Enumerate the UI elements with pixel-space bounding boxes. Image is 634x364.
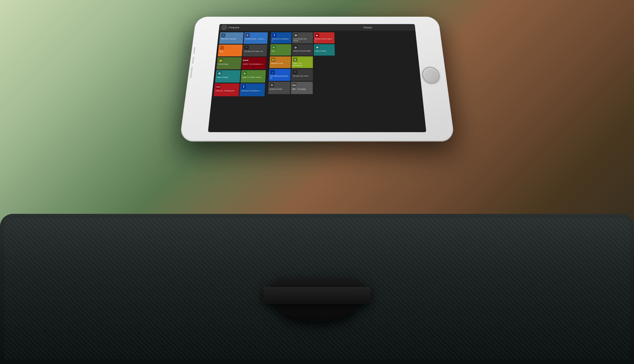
pinned-section-label: Pinned [363,26,372,29]
days-spring-freq-label: Days to Spring [217,76,239,78]
aol-radio-icon: ♪ [270,70,275,74]
movies-icon: ▶ [315,34,319,37]
pinned-section: f Welcome to Facebook - L... ✉ Send Mone… [266,32,424,130]
frequent-row-5: CNN CNN.com - Breaking Ne... f Welcome t… [213,84,267,96]
xing-label: XING - The professional... [293,62,311,66]
hi5-label: Welcome to hi5! [271,62,289,64]
tile-nytimes-pin[interactable]: T The New York Times [291,69,313,81]
tile-bing[interactable]: Bing [218,44,243,56]
tile-days-spring-freq[interactable]: ✿ Days to Spring [215,70,241,82]
tile-bbc[interactable]: BBC BBC - Homepage [291,82,312,94]
days-spring-pin-icon: ✿ [315,45,319,49]
slacker-icon: ◎ [293,45,297,49]
send-money-label: Send Money, Pay Online... [293,38,311,42]
tile-aol-radio[interactable]: ♪ AOL Radio powered by Sl... [268,69,290,81]
tile-nytimes-frequent[interactable]: T The New York Times - Br... [242,44,267,56]
pandora-label: Pandora Radio - Listen to... [245,38,266,40]
tiles-container: JS Welcome to Jetsetter P Pandora Radio … [208,31,426,132]
pinned-row-2: h Hulu ◎ Slacker Personal Radio ✿ Days t… [270,44,416,56]
watch-tv-label: Watch TV. Watch Movies... [242,76,264,78]
business-insider-label: Business Insider [269,88,289,90]
back-button[interactable]: ⊙ [221,25,227,30]
xing-icon: X [293,58,297,62]
tile-jetsetter[interactable]: JS Welcome to Jetsetter [219,32,244,44]
frequent-section-label: Frequent [228,26,239,29]
tile-days-spring-pin[interactable]: ✿ Days to Spring [314,44,335,56]
cnn-label: CNN.com - Breaking Ne... [215,90,238,92]
frequent-row-1: JS Welcome to Jetsetter P Pandora Radio … [219,32,269,44]
phone-holder [253,261,382,321]
facebook-pin-icon: f [272,34,276,37]
cut-rope-icon: 🐸 [218,58,223,62]
hulu-icon: h [271,45,276,49]
nytimes-pin-icon: T [293,70,297,74]
tile-pandora[interactable]: P Pandora Radio - Listen to... [243,32,268,44]
frequent-row-3: 🐸 Cut the Rope ESPN ESPN: The Worldwide … [216,57,268,70]
nytimes-freq-label: The New York Times - Br... [244,50,265,52]
tile-slacker[interactable]: ◎ Slacker Personal Radio [292,44,313,56]
tile-facebook-pin[interactable]: f Welcome to Facebook - L... [270,32,291,44]
cut-rope-label: Cut the Rope [218,63,240,65]
frequent-row-2: Bing T The New York Times - Br... [218,44,269,56]
frequent-row-4: ✿ Days to Spring h Watch TV. Watch Movie… [215,70,267,82]
pinned-row-3: hi5 Welcome to hi5! X XING - The profess… [269,56,418,68]
days-spring-pin-label: Days to Spring [315,50,334,52]
espn-label: ESPN: The Worldwide Le... [243,63,265,65]
phone-wrapper: ⊙ Frequent Pinned JS Welcome to Jetsette… [179,17,455,142]
pandora-icon: P [245,34,250,37]
espn-icon: ESPN [243,58,248,62]
aol-radio-label: AOL Radio powered by Sl... [270,75,289,79]
tile-cnn[interactable]: CNN CNN.com - Breaking Ne... [213,84,239,96]
pinned-row-5: BI Business Insider BBC BBC - Homepage [268,82,420,94]
slacker-label: Slacker Personal Radio [293,50,311,52]
send-money-icon: ✉ [293,34,298,37]
pinned-row-1: f Welcome to Facebook - L... ✉ Send Mone… [270,32,415,44]
tile-watch-tv[interactable]: h Watch TV. Watch Movies... [240,70,266,82]
tile-movies[interactable]: ▶ Movies | Movie Trailers |... [314,32,335,44]
mute-switch[interactable] [190,67,193,78]
browser-header: ⊙ Frequent Pinned [219,24,415,31]
tile-hulu[interactable]: h Hulu [270,44,291,56]
nytimes-freq-icon: T [244,46,249,50]
bing-label: Bing [219,50,241,52]
movies-label: Movies | Movie Trailers |... [315,38,333,42]
jetsetter-icon: JS [221,34,225,37]
bbc-icon: BBC [292,83,297,87]
days-spring-freq-icon: ✿ [217,72,222,76]
browser-ui: ⊙ Frequent Pinned JS Welcome to Jetsette… [208,24,426,132]
watch-tv-icon: h [242,72,247,76]
tile-business-insider[interactable]: BI Business Insider [268,82,290,94]
tile-hi5[interactable]: hi5 Welcome to hi5! [269,56,291,68]
hulu-label: Hulu [271,50,290,52]
hi5-icon: hi5 [271,58,275,62]
tile-send-money[interactable]: ✉ Send Money, Pay Online... [292,32,313,44]
frequent-section: JS Welcome to Jetsetter P Pandora Radio … [210,32,269,130]
nytimes-pin-label: The New York Times [292,75,311,77]
home-button[interactable] [421,67,440,84]
volume-down-button[interactable] [192,57,194,64]
facebook-freq-icon: f [241,85,246,89]
tile-facebook-freq[interactable]: f Welcome to Facebook - l... [239,84,265,96]
tile-xing[interactable]: X XING - The professional... [291,56,313,68]
facebook-pin-label: Welcome to Facebook - L... [272,38,290,42]
tile-cut-rope[interactable]: 🐸 Cut the Rope [216,57,241,70]
bbc-label: BBC - Homepage [292,88,311,90]
bing-icon [220,46,224,50]
cnn-icon: CNN [216,85,220,89]
volume-up-button[interactable] [193,47,195,54]
phone-device: ⊙ Frequent Pinned JS Welcome to Jetsette… [179,17,455,142]
jetsetter-label: Welcome to Jetsetter [221,38,242,40]
tile-espn[interactable]: ESPN ESPN: The Worldwide Le... [241,57,266,70]
phone-screen: ⊙ Frequent Pinned JS Welcome to Jetsette… [208,24,426,132]
pinned-row-4: ♪ AOL Radio powered by Sl... T The New Y… [268,69,419,81]
business-insider-icon: BI [270,83,274,87]
facebook-freq-label: Welcome to Facebook - l... [241,90,263,92]
